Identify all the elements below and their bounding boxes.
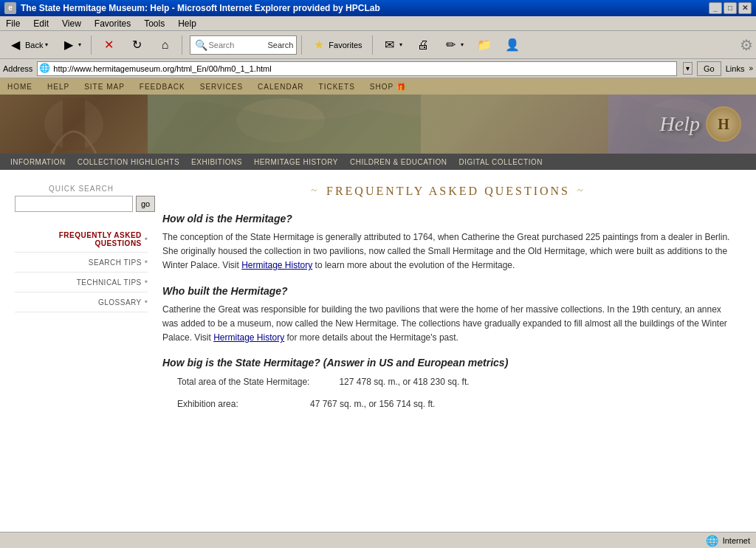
quick-search-row: go: [15, 196, 148, 212]
forward-button[interactable]: ▶ ▾: [56, 34, 86, 56]
refresh-button[interactable]: ↻: [124, 34, 149, 56]
globe-icon: 🌐: [706, 535, 718, 547]
ie-icon: e: [4, 2, 16, 14]
table-row-1: Total area of the State Hermitage: 127 4…: [177, 374, 734, 391]
nav-home[interactable]: Home: [7, 83, 32, 91]
table-label-2: Exhibition area:: [177, 397, 281, 413]
people-icon: 👤: [505, 38, 520, 52]
sidebar-search-tips-link[interactable]: Search Tips •: [15, 253, 148, 273]
mail-button[interactable]: ✉ ▾: [377, 34, 408, 56]
page-icon: 🌐: [39, 63, 51, 75]
hero-banner: Help H: [0, 95, 756, 154]
toolbar-separator-3: [301, 35, 302, 55]
search-input[interactable]: [208, 41, 267, 49]
go-button[interactable]: Go: [697, 61, 721, 76]
article-area: ~ Frequently Asked Questions ~ How old i…: [155, 177, 756, 419]
faq-answer-1: The conception of the State Hermitage is…: [162, 230, 734, 273]
nav-shop[interactable]: Shop 🎁: [370, 83, 406, 91]
hero-emblem: H: [706, 106, 741, 142]
address-input[interactable]: [53, 64, 675, 73]
subnav-hermitage-history[interactable]: Hermitage History: [248, 154, 344, 170]
address-label: Address: [3, 64, 32, 73]
subnav-collection[interactable]: Collection Highlights: [72, 154, 185, 170]
stop-button[interactable]: ✕: [96, 34, 121, 56]
quick-search-label: Quick Search: [15, 185, 148, 193]
svg-rect-2: [63, 98, 85, 150]
print-button[interactable]: 🖨: [410, 34, 436, 56]
subnav-digital[interactable]: Digital Collection: [453, 154, 549, 170]
nav-calendar[interactable]: Calendar: [258, 83, 303, 91]
forward-icon: ▶: [61, 38, 76, 52]
mail-icon: ✉: [382, 38, 397, 52]
site-top-nav: Home Help Site Map Feedback Services Cal…: [0, 78, 756, 95]
people-button[interactable]: 👤: [500, 34, 525, 56]
address-bar: Address 🌐 ▾ Go Links »: [0, 59, 756, 78]
menu-view[interactable]: View: [59, 18, 84, 29]
menu-edit[interactable]: Edit: [30, 18, 52, 29]
subnav-exhibitions[interactable]: Exhibitions: [185, 154, 248, 170]
hermitage-history-link-2[interactable]: Hermitage History: [213, 332, 284, 343]
refresh-icon: ↻: [129, 38, 144, 52]
links-button[interactable]: Links: [726, 64, 745, 73]
address-dropdown-icon[interactable]: ▾: [683, 62, 693, 75]
quick-search-go-button[interactable]: go: [136, 196, 155, 212]
back-button[interactable]: ◀ Back ▾: [3, 34, 53, 56]
subnav-children[interactable]: Children & Education: [344, 154, 453, 170]
menu-bar: File Edit View Favorites Tools Help: [0, 16, 756, 31]
hero-help-text: Help: [660, 112, 700, 136]
menu-file[interactable]: File: [3, 18, 23, 29]
search-area: 🔍 Search: [190, 35, 297, 55]
faq-question-2: Who built the Hermitage?: [162, 285, 734, 297]
edit-button[interactable]: ✏ ▾: [439, 34, 469, 56]
menu-help[interactable]: Help: [175, 18, 199, 29]
status-bar: 🌐 Internet: [0, 532, 756, 548]
quick-search-input[interactable]: [15, 196, 133, 212]
maximize-button[interactable]: □: [724, 2, 737, 14]
faq-title-text: Frequently Asked Questions: [326, 185, 570, 198]
back-dropdown-icon[interactable]: ▾: [45, 41, 48, 48]
faq-answer-2-suffix: for more details about the Hermitage's p…: [287, 332, 458, 343]
faq-table: Total area of the State Hermitage: 127 4…: [177, 374, 734, 412]
page-inner[interactable]: Home Help Site Map Feedback Services Cal…: [0, 78, 756, 532]
close-button[interactable]: ✕: [738, 2, 752, 14]
subnav-information[interactable]: Information: [4, 154, 72, 170]
toolbar-separator-2: [182, 35, 182, 55]
forward-dropdown-icon[interactable]: ▾: [78, 41, 81, 48]
search-label: Search: [267, 41, 293, 49]
nav-services[interactable]: Services: [200, 83, 243, 91]
faq-bullet: •: [145, 234, 148, 244]
sidebar-faq-label: FREQUENTLY ASKEDQUESTIONS: [59, 231, 142, 247]
minimize-button[interactable]: _: [709, 2, 722, 14]
favorites-button[interactable]: ★ Favorites: [306, 34, 367, 56]
edit-icon: ✏: [444, 38, 458, 52]
nav-sitemap[interactable]: Site Map: [84, 83, 125, 91]
emblem-symbol: H: [718, 116, 729, 133]
sidebar-nav: FREQUENTLY ASKEDQUESTIONS • Search Tips …: [15, 227, 148, 312]
nav-help[interactable]: Help: [47, 83, 69, 91]
sidebar-search-tips-label: Search Tips: [89, 258, 142, 267]
mail-dropdown-icon[interactable]: ▾: [399, 41, 402, 48]
internet-label: Internet: [723, 536, 750, 545]
faq-question-1: How old is the Hermitage?: [162, 213, 734, 225]
sidebar-glossary-link[interactable]: Glossary •: [15, 292, 148, 312]
menu-favorites[interactable]: Favorites: [92, 18, 134, 29]
folder-button[interactable]: 📁: [472, 34, 497, 56]
nav-tickets[interactable]: Tickets: [319, 83, 355, 91]
nav-feedback[interactable]: Feedback: [140, 83, 185, 91]
status-right: 🌐 Internet: [706, 535, 750, 547]
folder-icon: 📁: [477, 38, 492, 52]
hermitage-history-link-1[interactable]: Hermitage History: [241, 260, 312, 270]
menu-tools[interactable]: Tools: [141, 18, 168, 29]
table-row-2: Exhibition area: 47 767 sq. m., or 156 7…: [177, 397, 734, 413]
home-button[interactable]: ⌂: [152, 34, 177, 56]
faq-answer-2: Catherine the Great was responsible for …: [162, 303, 734, 346]
sidebar-faq-link[interactable]: FREQUENTLY ASKEDQUESTIONS •: [15, 227, 148, 253]
edit-dropdown-icon[interactable]: ▾: [461, 41, 464, 48]
faq-question-3: How big is the State Hermitage? (Answer …: [162, 357, 734, 369]
window-title-bar: e The State Hermitage Museum: Help - Mic…: [0, 0, 756, 16]
home-icon: ⌂: [157, 38, 172, 52]
faq-deco-right: ~: [577, 185, 585, 197]
window-title: The State Hermitage Museum: Help - Micro…: [21, 3, 380, 13]
hero-center-image: [148, 95, 608, 154]
sidebar-technical-tips-link[interactable]: Technical Tips •: [15, 273, 148, 292]
